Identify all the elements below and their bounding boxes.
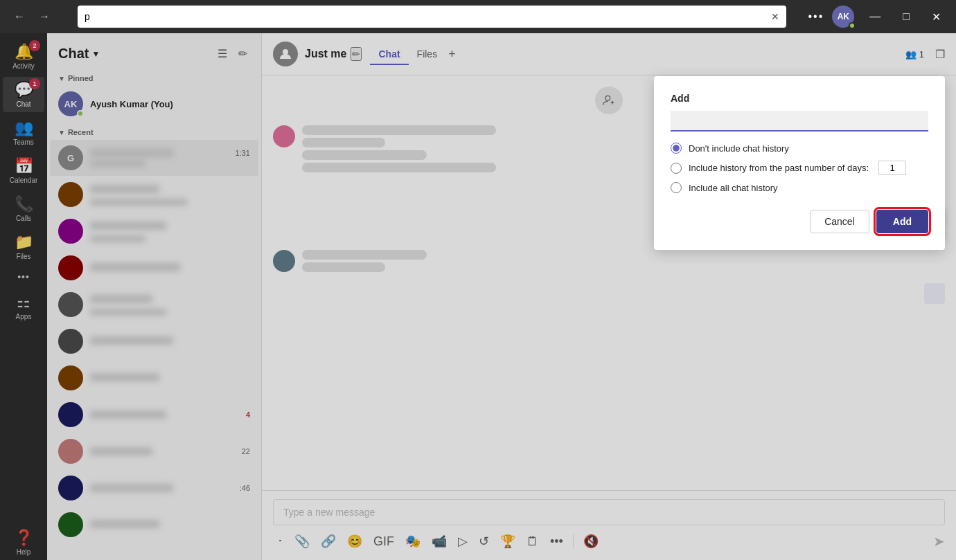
search-input[interactable] [85,11,771,22]
no-history-option[interactable]: Don't include chat history [671,143,928,154]
add-people-modal: Add Don't include chat history Include h… [654,76,945,250]
avatar-initials: AK [838,12,849,21]
history-options: Don't include chat history Include histo… [671,143,928,193]
add-button[interactable]: Add [876,210,928,233]
past-days-option[interactable]: Include history from the past number of … [671,161,928,175]
all-history-radio[interactable] [671,182,682,193]
no-history-label: Don't include chat history [689,143,789,154]
cancel-button[interactable]: Cancel [810,210,869,233]
online-badge [849,22,856,29]
search-bar: ✕ [78,6,786,28]
days-input[interactable] [878,161,906,175]
past-days-radio[interactable] [671,163,682,174]
nav-buttons: ← → [8,8,55,26]
close-button[interactable]: ✕ [925,8,948,26]
all-history-label: Include all chat history [689,183,778,193]
past-days-label: Include history from the past number of … [689,163,869,173]
modal-title: Add [671,93,928,104]
all-history-option[interactable]: Include all chat history [671,182,928,193]
modal-actions: Cancel Add [671,210,928,233]
search-close-button[interactable]: ✕ [771,11,779,22]
title-bar: ← → ✕ ••• AK — □ ✕ [0,0,956,33]
title-bar-left: ← → [0,8,64,26]
user-avatar-button[interactable]: AK [832,6,854,28]
no-history-radio[interactable] [671,143,682,154]
maximize-button[interactable]: □ [896,8,917,26]
more-options-button[interactable]: ••• [808,10,824,23]
minimize-button[interactable]: — [862,8,887,26]
forward-button[interactable]: → [33,8,55,26]
title-bar-right: ••• AK — □ ✕ [800,6,956,28]
back-button[interactable]: ← [8,8,30,26]
add-people-input[interactable] [671,111,928,132]
